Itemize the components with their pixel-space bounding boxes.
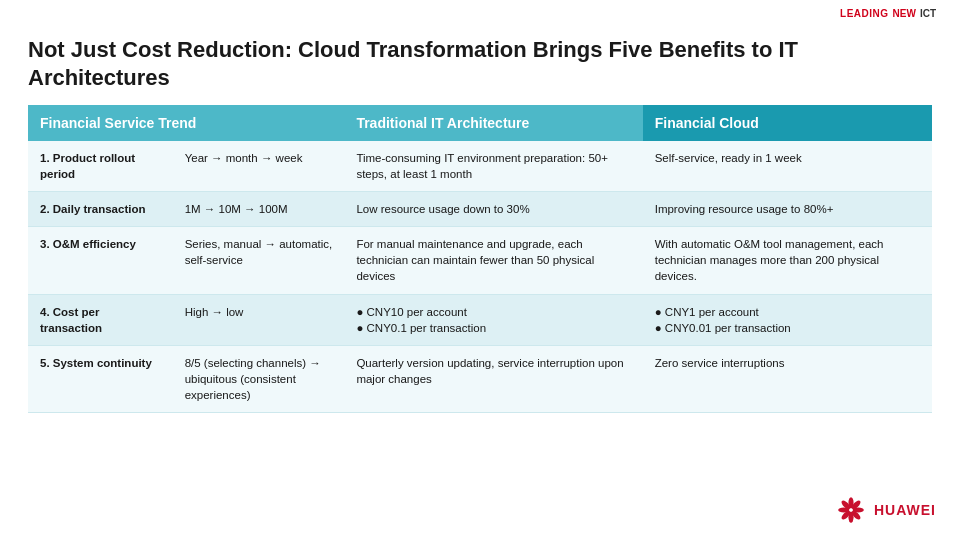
row-traditional-4: ● CNY10 per account● CNY0.1 per transact… (344, 294, 642, 345)
row-trend-4: High → low (173, 294, 345, 345)
row-label-5: 5. System continuity (28, 345, 173, 412)
row-cloud-4: ● CNY1 per account● CNY0.01 per transact… (643, 294, 932, 345)
main-table: Financial Service Trend Traditional IT A… (28, 105, 932, 413)
row-traditional-5: Quarterly version updating, service inte… (344, 345, 642, 412)
row-cloud-5: Zero service interruptions (643, 345, 932, 412)
row-trend-1: Year → month → week (173, 141, 345, 192)
header-financial-service-trend: Financial Service Trend (28, 105, 344, 141)
page-title: Not Just Cost Reduction: Cloud Transform… (28, 36, 932, 91)
table-row: 1. Product rollout periodYear → month → … (28, 141, 932, 192)
row-label-4: 4. Cost per transaction (28, 294, 173, 345)
table-row: 5. System continuity8/5 (selecting chann… (28, 345, 932, 412)
row-label-1: 1. Product rollout period (28, 141, 173, 192)
row-trend-3: Series, manual → automatic, self-service (173, 227, 345, 294)
huawei-logo: HUAWEI (835, 494, 936, 526)
huawei-text: HUAWEI (874, 502, 936, 518)
topbar-ict: ICT (920, 8, 936, 19)
page: LEADING NEW ICT Not Just Cost Reduction:… (0, 0, 960, 540)
row-cloud-1: Self-service, ready in 1 week (643, 141, 932, 192)
header-traditional-it: Traditional IT Architecture (344, 105, 642, 141)
row-label-3: 3. O&M efficiency (28, 227, 173, 294)
table-row: 2. Daily transaction1M → 10M → 100MLow r… (28, 192, 932, 227)
row-traditional-2: Low resource usage down to 30% (344, 192, 642, 227)
row-cloud-2: Improving resource usage to 80%+ (643, 192, 932, 227)
row-label-2: 2. Daily transaction (28, 192, 173, 227)
table-row: 4. Cost per transactionHigh → low● CNY10… (28, 294, 932, 345)
table-header-row: Financial Service Trend Traditional IT A… (28, 105, 932, 141)
main-table-wrapper: Financial Service Trend Traditional IT A… (28, 105, 932, 413)
row-cloud-3: With automatic O&M tool management, each… (643, 227, 932, 294)
row-traditional-1: Time-consuming IT environment preparatio… (344, 141, 642, 192)
row-trend-5: 8/5 (selecting channels) → ubiquitous (c… (173, 345, 345, 412)
top-bar: LEADING NEW ICT (840, 8, 936, 19)
table-body: 1. Product rollout periodYear → month → … (28, 141, 932, 413)
topbar-new: NEW (893, 8, 916, 19)
table-row: 3. O&M efficiencySeries, manual → automa… (28, 227, 932, 294)
row-traditional-3: For manual maintenance and upgrade, each… (344, 227, 642, 294)
row-trend-2: 1M → 10M → 100M (173, 192, 345, 227)
huawei-flower-icon (835, 494, 867, 526)
topbar-leading: LEADING (840, 8, 889, 19)
header-financial-cloud: Financial Cloud (643, 105, 932, 141)
